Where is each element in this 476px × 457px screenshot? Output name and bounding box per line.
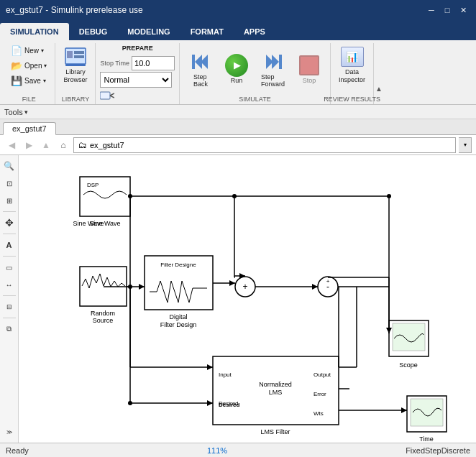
zoom-level: 111% [207, 446, 227, 455]
svg-rect-42 [393, 323, 425, 351]
tab-strip: ex_gstut7 [0, 119, 476, 135]
connect-button[interactable]: ↔ [1, 277, 17, 292]
run-label: Run [231, 77, 243, 84]
svg-text:Filter Designe: Filter Designe [160, 262, 196, 268]
new-dropdown-arrow[interactable]: ▾ [41, 47, 44, 54]
new-button[interactable]: 📄 New ▾ [7, 43, 50, 57]
svg-rect-2 [74, 51, 84, 54]
run-icon [225, 54, 248, 77]
library-browser-button[interactable]: LibraryBrowser [60, 43, 91, 86]
nav-back-button[interactable]: ◀ [4, 138, 19, 152]
left-toolbar: 🔍 ⊡ ⊞ ✥ A ▭ ↔ ⊟ ⧉ ≫ [0, 155, 19, 443]
stop-icon [298, 54, 321, 77]
review-results-label: REVIEW RESULTS [324, 96, 380, 103]
svg-text:Sine Wave: Sine Wave [89, 220, 120, 227]
open-button[interactable]: 📂 Open ▾ [7, 58, 50, 73]
tools-bar: Tools ▾ [0, 105, 476, 119]
title-bar: ex_gstut7 - Simulink prerelease use ─ □ … [0, 0, 476, 20]
fit-view-button[interactable]: ⊡ [1, 175, 17, 191]
svg-text:LMS Filter: LMS Filter [260, 428, 290, 435]
window-title: ex_gstut7 - Simulink prerelease use [6, 5, 424, 15]
svg-rect-3 [74, 55, 84, 58]
ribbon-group-library: LibraryBrowser LIBRARY [55, 43, 96, 104]
maximize-button[interactable]: □ [440, 4, 454, 17]
step-forward-button[interactable]: StepForward [256, 48, 290, 90]
canvas-area[interactable]: DSP Sine Wave Sine Wave Random Source [19, 155, 476, 443]
step-forward-icon [262, 50, 285, 73]
toolbar-separator-5 [3, 318, 16, 318]
svg-rect-13 [279, 55, 282, 69]
zoom-select-button[interactable]: ⊞ [1, 193, 17, 208]
svg-rect-1 [67, 51, 73, 58]
stop-time-row: Stop Time [100, 56, 175, 70]
library-group-label: LIBRARY [62, 96, 89, 103]
simulate-group-label: SIMULATE [239, 96, 270, 103]
step-back-label: StepBack [193, 73, 208, 88]
pan-button[interactable]: ✥ [1, 215, 17, 231]
ribbon-body: 📄 New ▾ 📂 Open ▾ 💾 Save ▾ [0, 40, 476, 105]
diagram-svg: DSP Sine Wave Sine Wave Random Source [19, 155, 476, 443]
zoom-button[interactable]: 🔍 [1, 158, 17, 174]
minimize-button[interactable]: ─ [424, 4, 439, 17]
diagram-area: 🔍 ⊡ ⊞ ✥ A ▭ ↔ ⊟ ⧉ ≫ [0, 155, 476, 443]
svg-text:Filter Design: Filter Design [160, 321, 197, 328]
save-dropdown-arrow[interactable]: ▾ [43, 78, 46, 84]
svg-text:Wts: Wts [313, 410, 324, 417]
toolbar-separator-2 [3, 234, 16, 234]
subsystem-button[interactable]: ⧉ [1, 321, 17, 337]
sim-mode-dropdown[interactable]: Normal Accelerator Rapid Accelerator [100, 72, 172, 88]
text-button[interactable]: A [1, 237, 17, 253]
step-forward-label: StepForward [261, 73, 285, 88]
svg-rect-4 [65, 64, 86, 66]
step-back-button[interactable]: StepBack [184, 48, 217, 90]
svg-text:DSP: DSP [87, 182, 99, 188]
block-button[interactable]: ▭ [1, 259, 17, 275]
stop-label: Stop [303, 77, 316, 84]
data-inspector-button[interactable]: 📊 DataInspector [335, 43, 369, 86]
ribbon-group-file: 📄 New ▾ 📂 Open ▾ 💾 Save ▾ [3, 43, 55, 104]
toolbar-separator-3 [3, 256, 16, 257]
close-button[interactable]: ✕ [456, 4, 470, 17]
stop-button[interactable]: Stop [293, 52, 326, 86]
prepare-group-content: PREPARE Stop Time Normal Accelerator Rap… [100, 43, 175, 112]
ribbon-group-prepare: PREPARE Stop Time Normal Accelerator Rap… [96, 43, 180, 104]
data-inspector-label: DataInspector [339, 68, 365, 84]
svg-line-6 [110, 93, 114, 96]
svg-point-80 [128, 194, 132, 198]
path-dropdown[interactable]: ▾ [459, 137, 472, 153]
tools-expand-icon[interactable]: ▾ [24, 109, 28, 116]
address-path: 🗂 ex_gstut7 [73, 137, 456, 153]
run-button[interactable]: Run [220, 52, 253, 86]
mode-label: FixedStepDiscrete [406, 446, 470, 455]
tab-debug[interactable]: DEBUG [69, 23, 118, 40]
ribbon-expand-button[interactable]: ▲ [374, 83, 384, 94]
toolbar-separator-1 [3, 211, 16, 212]
hide-ports-button[interactable]: ⊟ [1, 299, 17, 315]
tab-simulation[interactable]: SIMULATION [0, 23, 69, 40]
new-icon: 📄 [11, 45, 22, 56]
toolbar-bottom: ≫ [1, 424, 17, 440]
toolbar-expand-button[interactable]: ≫ [1, 424, 17, 440]
svg-point-81 [387, 194, 391, 198]
tab-apps[interactable]: APPS [234, 23, 275, 40]
library-browser-label: LibraryBrowser [63, 68, 87, 84]
svg-text:LMS: LMS [269, 389, 283, 396]
prepare-button[interactable]: PREPARE [117, 43, 158, 53]
nav-forward-button[interactable]: ▶ [22, 138, 36, 152]
svg-text:Desired: Desired [219, 402, 239, 408]
save-button[interactable]: 💾 Save ▾ [7, 73, 50, 88]
ribbon-group-simulate: StepBack Run [180, 43, 331, 104]
nav-home-button[interactable]: ⌂ [56, 138, 70, 152]
svg-rect-45 [411, 399, 443, 426]
svg-text:+: + [326, 278, 330, 285]
tab-modeling[interactable]: MODELING [117, 23, 180, 40]
stop-time-input[interactable] [132, 56, 175, 70]
svg-rect-5 [100, 92, 110, 99]
tab-format[interactable]: FORMAT [180, 23, 234, 40]
open-dropdown-arrow[interactable]: ▾ [44, 63, 47, 69]
nav-up-button[interactable]: ▲ [39, 138, 53, 152]
svg-rect-10 [192, 55, 195, 69]
window-controls: ─ □ ✕ [424, 4, 470, 17]
diagram-tab[interactable]: ex_gstut7 [3, 122, 56, 135]
svg-text:Digital: Digital [169, 313, 187, 320]
